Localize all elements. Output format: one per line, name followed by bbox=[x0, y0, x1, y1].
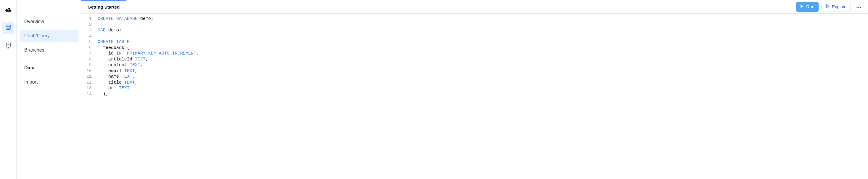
rail-cloud-item[interactable] bbox=[5, 7, 12, 14]
code-content: CREATE DATABASE demo; USE demo; CREATE T… bbox=[94, 16, 868, 179]
main-area: Getting Started Run Explain bbox=[81, 0, 868, 179]
code-line: id INT PRIMARY KEY AUTO_INCREMENT, bbox=[94, 51, 868, 57]
tab-getting-started[interactable]: Getting Started bbox=[81, 0, 126, 13]
line-number: 12 bbox=[81, 80, 92, 86]
code-line: name TEXT, bbox=[94, 74, 868, 80]
more-button[interactable] bbox=[854, 2, 864, 12]
code-line: feedback ( bbox=[94, 45, 868, 51]
line-number: 14 bbox=[81, 91, 92, 97]
sidebar: Overview Chat2Query Branches Data Import bbox=[17, 0, 81, 179]
code-line: articleId TEXT, bbox=[94, 57, 868, 62]
sidebar-item-label: Import bbox=[24, 79, 38, 84]
line-number: 10 bbox=[81, 68, 92, 74]
run-button-label: Run bbox=[806, 4, 814, 9]
code-line bbox=[94, 22, 868, 28]
line-number: 3 bbox=[81, 28, 92, 33]
line-number: 11 bbox=[81, 74, 92, 80]
sidebar-item-label: Data bbox=[24, 65, 35, 70]
svg-point-2 bbox=[857, 7, 857, 8]
play-icon bbox=[800, 4, 804, 9]
sidebar-item-branches[interactable]: Branches bbox=[20, 44, 78, 56]
sidebar-item-label: Overview bbox=[24, 19, 44, 24]
svg-point-4 bbox=[860, 7, 861, 8]
run-button[interactable]: Run bbox=[796, 2, 818, 12]
sidebar-item-import[interactable]: Import bbox=[20, 76, 78, 88]
code-line bbox=[94, 33, 868, 40]
svg-point-0 bbox=[6, 25, 11, 27]
code-line: title TEXT, bbox=[94, 80, 868, 86]
code-line: email TEXT, bbox=[94, 68, 868, 74]
line-number: 6 bbox=[81, 45, 92, 51]
cloud-icon bbox=[5, 7, 12, 14]
line-gutter: 1234567891011121314 bbox=[81, 16, 94, 179]
line-number: 1 bbox=[81, 16, 92, 22]
sidebar-item-chat2query[interactable]: Chat2Query bbox=[20, 30, 78, 42]
sidebar-item-overview[interactable]: Overview bbox=[20, 16, 78, 28]
top-actions: Run Explain bbox=[796, 0, 868, 13]
rail-database-item[interactable] bbox=[2, 22, 14, 34]
line-number: 8 bbox=[81, 57, 92, 62]
svg-point-1 bbox=[6, 43, 10, 45]
code-line: ); bbox=[94, 91, 868, 97]
sidebar-item-data[interactable]: Data bbox=[20, 62, 78, 74]
line-number: 7 bbox=[81, 51, 92, 57]
explain-button[interactable]: Explain bbox=[822, 2, 851, 12]
sidebar-item-label: Chat2Query bbox=[24, 33, 50, 38]
explain-button-label: Explain bbox=[832, 4, 846, 9]
icon-rail bbox=[0, 0, 17, 179]
code-line: USE demo; bbox=[94, 28, 868, 33]
code-line: content TEXT, bbox=[94, 62, 868, 68]
top-bar: Getting Started Run Explain bbox=[81, 0, 868, 14]
code-line: CREATE DATABASE demo; bbox=[94, 16, 868, 22]
line-number: 5 bbox=[81, 39, 92, 45]
code-editor[interactable]: 1234567891011121314 CREATE DATABASE demo… bbox=[81, 14, 868, 179]
code-line: url TEXT bbox=[94, 85, 868, 91]
line-number: 9 bbox=[81, 62, 92, 68]
server-icon bbox=[5, 42, 11, 50]
sidebar-item-label: Branches bbox=[24, 47, 44, 52]
code-line: CREATE TABLE bbox=[94, 39, 868, 45]
line-number: 13 bbox=[81, 85, 92, 91]
database-icon bbox=[5, 25, 11, 31]
line-number: 4 bbox=[81, 33, 92, 40]
dots-horizontal-icon bbox=[857, 4, 861, 9]
line-number: 2 bbox=[81, 22, 92, 28]
tab-label: Getting Started bbox=[88, 4, 120, 9]
play-outline-icon bbox=[826, 4, 830, 9]
svg-point-3 bbox=[858, 7, 859, 8]
rail-server-item[interactable] bbox=[5, 42, 11, 50]
